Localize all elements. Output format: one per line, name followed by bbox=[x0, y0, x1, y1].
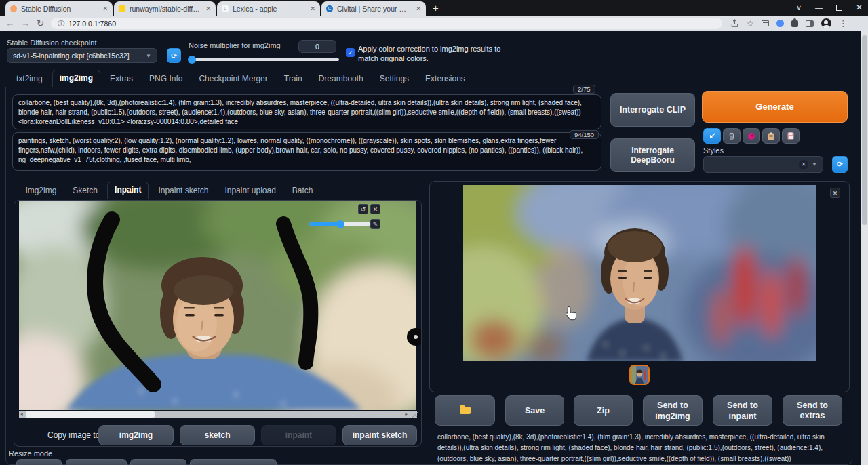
browser-tab-title: Civitai | Share your models bbox=[337, 5, 412, 13]
tab-checkpoint-merger[interactable]: Checkpoint Merger bbox=[192, 71, 274, 87]
tab-img2img[interactable]: img2img bbox=[52, 70, 100, 87]
extension-grid-icon[interactable] bbox=[762, 20, 769, 26]
thumbnail-image bbox=[631, 366, 648, 384]
inpaint-canvas-image[interactable] bbox=[19, 201, 416, 410]
tab-png-info[interactable]: PNG Info bbox=[142, 71, 189, 87]
refresh-checkpoint-button[interactable]: ⟳ bbox=[167, 48, 181, 63]
tab-mode-inpaint-upload[interactable]: Inpaint upload bbox=[218, 183, 282, 199]
extensions-puzzle-icon[interactable] bbox=[791, 20, 798, 27]
tab-mode-batch[interactable]: Batch bbox=[285, 183, 320, 199]
close-gallery-icon[interactable]: ✕ bbox=[830, 188, 840, 198]
zip-button[interactable]: Zip bbox=[574, 395, 633, 426]
chevron-down-icon: ▼ bbox=[146, 53, 151, 59]
tab-close-icon[interactable]: ✕ bbox=[416, 5, 421, 12]
noise-multiplier-value[interactable]: 0 bbox=[298, 40, 336, 53]
save-button[interactable]: Save bbox=[505, 395, 564, 426]
extra-networks-palette-icon[interactable] bbox=[743, 128, 760, 144]
tab-train[interactable]: Train bbox=[277, 71, 309, 87]
reload-icon[interactable]: ↻ bbox=[37, 19, 44, 28]
color-correction-checkbox[interactable]: ✓ bbox=[346, 48, 355, 57]
tab-mode-inpaint-sketch[interactable]: Inpaint sketch bbox=[151, 183, 215, 199]
browser-tab-stable-diffusion[interactable]: Stable Diffusion ✕ bbox=[5, 1, 113, 16]
checkpoint-select[interactable]: sd-v1-5-inpainting.ckpt [c6bbc15e32] ▼ bbox=[7, 48, 157, 63]
tab-close-icon[interactable]: ✕ bbox=[102, 5, 108, 12]
tab-close-icon[interactable]: ✕ bbox=[310, 5, 315, 12]
noise-multiplier-label: Noise multiplier for img2img bbox=[189, 41, 281, 49]
page-vertical-scrollbar[interactable] bbox=[861, 31, 868, 465]
copy-to-sketch-button[interactable]: sketch bbox=[180, 425, 255, 445]
sidebar-icon[interactable] bbox=[806, 20, 814, 27]
paste-arrow-icon[interactable] bbox=[703, 128, 721, 144]
slider-handle[interactable] bbox=[188, 56, 196, 64]
tab-close-icon[interactable]: ✕ bbox=[205, 5, 211, 12]
clear-prompt-trash-icon[interactable] bbox=[723, 128, 741, 144]
scrollbar-thumb[interactable] bbox=[26, 411, 155, 418]
brush-color-pencil-icon[interactable]: ✎ bbox=[370, 219, 380, 229]
kebab-menu-icon[interactable]: ⋮ bbox=[839, 19, 848, 28]
bookmark-star-icon[interactable]: ☆ bbox=[747, 20, 754, 28]
styles-select[interactable]: ✕ ▼ bbox=[703, 156, 823, 173]
copy-to-inpaint-sketch-button[interactable]: inpaint sketch bbox=[342, 425, 417, 445]
canvas-horizontal-scrollbar[interactable]: ◂ ▸ bbox=[19, 411, 417, 418]
save-style-floppy-icon[interactable] bbox=[782, 128, 800, 144]
refresh-styles-button[interactable]: ⟳ bbox=[832, 156, 848, 173]
tab-txt2img[interactable]: txt2img bbox=[9, 71, 50, 87]
extension-blue-icon[interactable] bbox=[776, 20, 784, 27]
copy-image-label: Copy image to: bbox=[47, 430, 102, 440]
open-folder-button[interactable] bbox=[435, 395, 495, 426]
send-to-img2img-button[interactable]: Send to img2img bbox=[643, 395, 703, 426]
scroll-right-arrow-icon[interactable]: ▸ bbox=[405, 411, 408, 417]
brush-size-slider[interactable] bbox=[309, 222, 370, 226]
apply-style-clipboard-icon[interactable] bbox=[762, 128, 780, 144]
gallery-thumbnail-selected[interactable] bbox=[629, 365, 650, 385]
interrogate-deepbooru-button[interactable]: Interrogate DeepBooru bbox=[610, 138, 695, 172]
generate-button[interactable]: Generate bbox=[702, 91, 848, 123]
slider-handle[interactable] bbox=[336, 220, 344, 228]
copy-to-img2img-button[interactable]: img2img bbox=[98, 425, 174, 445]
huggingface-favicon bbox=[119, 5, 125, 12]
resize-option-button[interactable] bbox=[130, 459, 186, 465]
resize-grip-icon[interactable] bbox=[411, 411, 419, 419]
scroll-left-arrow-icon[interactable]: ◂ bbox=[20, 411, 23, 417]
site-info-icon[interactable]: ⓘ bbox=[58, 19, 64, 28]
resize-option-button[interactable] bbox=[66, 459, 127, 465]
clear-styles-icon[interactable]: ✕ bbox=[799, 160, 808, 169]
send-to-extras-button[interactable]: Send to extras bbox=[783, 395, 842, 426]
chrome-menu-chevron-icon[interactable]: ∨ bbox=[796, 3, 802, 12]
address-bar[interactable]: ⓘ 127.0.0.1:7860 bbox=[51, 18, 722, 29]
prompt-input[interactable]: collarbone, (best quality),(8k, 3d),(pho… bbox=[12, 94, 601, 129]
tab-settings[interactable]: Settings bbox=[373, 71, 416, 87]
browser-tab-runwayml[interactable]: runwayml/stable-diffusion-inpa ✕ bbox=[114, 1, 216, 16]
negative-prompt-input[interactable]: paintings, sketch, (worst quality:2), (l… bbox=[12, 132, 601, 171]
tab-dreambooth[interactable]: Dreambooth bbox=[312, 71, 370, 87]
brush-cursor bbox=[407, 328, 422, 346]
tab-mode-inpaint[interactable]: Inpaint bbox=[107, 182, 149, 199]
tab-extensions[interactable]: Extensions bbox=[418, 71, 472, 87]
noise-multiplier-slider[interactable] bbox=[189, 58, 339, 61]
resize-option-button[interactable] bbox=[190, 459, 277, 465]
profile-avatar[interactable] bbox=[821, 18, 831, 28]
toolbar-icons: ☆ ⋮ bbox=[730, 18, 848, 28]
new-tab-button[interactable]: + bbox=[433, 2, 439, 14]
clear-image-icon[interactable]: ✕ bbox=[370, 204, 380, 214]
forward-icon[interactable]: → bbox=[21, 19, 30, 28]
tab-mode-img2img[interactable]: img2img bbox=[19, 183, 63, 199]
hand-cursor bbox=[564, 306, 576, 321]
checkpoint-value: sd-v1-5-inpainting.ckpt [c6bbc15e32] bbox=[13, 52, 146, 60]
scrollbar-thumb[interactable] bbox=[862, 35, 867, 225]
output-image[interactable] bbox=[463, 185, 816, 361]
undo-icon[interactable]: ↺ bbox=[358, 204, 368, 214]
tab-mode-sketch[interactable]: Sketch bbox=[66, 183, 104, 199]
browser-tab-civitai[interactable]: C Civitai | Share your models ✕ bbox=[321, 1, 426, 16]
send-to-inpaint-button[interactable]: Send to inpaint bbox=[713, 395, 772, 426]
resize-option-button[interactable] bbox=[16, 459, 62, 465]
back-icon[interactable]: ← bbox=[5, 19, 14, 28]
window-minimize-button[interactable]: — bbox=[815, 3, 823, 12]
interrogate-clip-button[interactable]: Interrogate CLIP bbox=[610, 93, 695, 127]
color-correction-label[interactable]: Apply color correction to img2img result… bbox=[358, 44, 502, 63]
browser-tab-lexica[interactable]: L Lexica - apple ✕ bbox=[217, 1, 320, 16]
window-close-button[interactable]: ✕ bbox=[856, 3, 863, 12]
window-restore-button[interactable] bbox=[836, 5, 842, 11]
share-icon[interactable] bbox=[730, 19, 739, 28]
tab-extras[interactable]: Extras bbox=[103, 71, 140, 87]
